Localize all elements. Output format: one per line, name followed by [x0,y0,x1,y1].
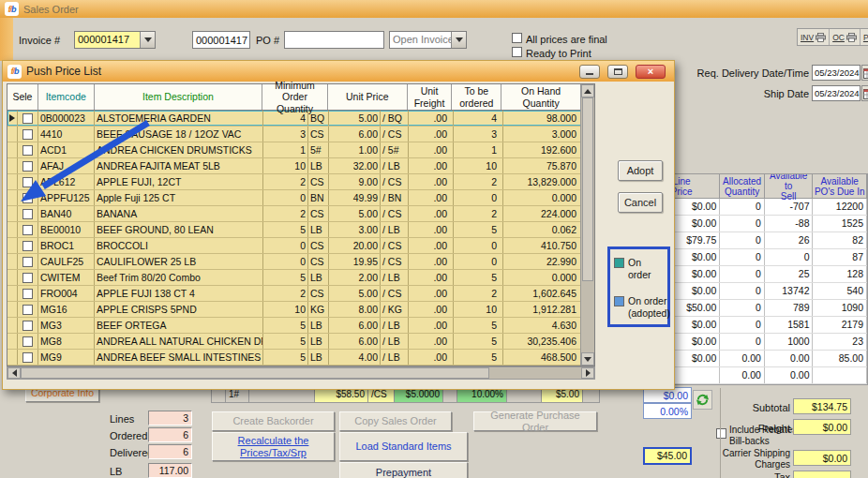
create-backorder-button[interactable]: Create Backorder [212,411,335,431]
order-line-row[interactable]: $0.00 0 25 128 [644,266,867,283]
order-line-row[interactable]: $79.75 0 26 82 [644,232,867,249]
maximize-button[interactable] [607,65,628,79]
price-list-row[interactable]: MG9 ANDREA BEEF SMALL INTESTINES 5 5LB 4… [7,350,582,366]
scroll-right-icon[interactable] [581,367,594,379]
recalculate-button[interactable]: Recalculate the Prices/Tax/Srp [212,432,335,461]
select-checkbox[interactable] [22,305,33,315]
price-list-row[interactable]: CWITEM Beef Trim 80/20 Combo 5LB 2.00/ L… [7,270,582,286]
ship-date[interactable]: 05/23/2024 [812,85,861,101]
invoice-number-field[interactable]: 000001417 [192,31,250,49]
price-list-row[interactable]: MG8 ANDREA ALL NATURAL CHICKEN DRI 5LB 6… [7,334,582,350]
print-oc-button[interactable]: OC [830,29,861,45]
select-checkbox[interactable] [22,241,33,251]
horizontal-scroll-thumb[interactable] [21,367,489,379]
cancel-button[interactable]: Cancel [618,192,663,213]
order-line-row[interactable]: 0.00 0.00 [644,367,867,384]
copy-sales-order-button[interactable]: Copy Sales Order [339,411,452,431]
select-cell[interactable] [18,158,38,173]
select-checkbox[interactable] [22,161,33,172]
print-invoice-button[interactable]: INV [798,29,830,45]
select-cell[interactable] [18,190,38,205]
dropdown-arrow-icon[interactable] [140,32,155,48]
select-cell[interactable] [18,127,38,142]
order-line-row[interactable]: $0.00 0.00 0.00 85.00 [644,351,867,367]
select-cell[interactable] [18,286,38,301]
price-list-row[interactable]: 4410 BEEF SAUSAGE 18 / 12OZ VAC 3CS 6.00… [7,127,582,142]
po-field[interactable] [284,31,384,49]
select-cell[interactable] [18,270,38,285]
select-cell[interactable] [18,111,38,126]
select-checkbox[interactable] [22,145,33,156]
select-cell[interactable] [18,318,38,333]
horizontal-scrollbar[interactable] [7,366,595,380]
select-cell[interactable] [18,254,38,269]
select-cell[interactable] [18,142,38,157]
close-button[interactable]: × [636,65,666,79]
select-cell[interactable] [18,222,38,237]
all-prices-final-checkbox[interactable] [512,33,522,43]
minimize-button[interactable] [579,65,600,79]
order-line-row[interactable]: $0.00 0 1000 23 [644,334,867,351]
description-cell: ANDREA ALL NATURAL CHICKEN DRI [95,334,263,349]
select-cell[interactable] [18,302,38,317]
order-line-row[interactable]: $0.00 0 0 87 [644,249,867,266]
refresh-button[interactable] [693,390,712,410]
order-line-row[interactable]: $0.00 0 13742 540 [644,283,867,300]
price-list-row[interactable]: ACD1 ANDREA CHICKEN DRUMSTICKS 15# 1.00/… [7,142,582,158]
price-list-row[interactable]: APL612 APPLE FUJI, 12CT 2CS 9.00/ CS .00… [7,174,582,190]
select-cell[interactable] [18,206,38,221]
price-list-row[interactable]: BE00010 BEEF GROUND, 80 LEAN 5LB 3.00/ L… [7,222,582,238]
to-be-ordered-cell: 5 [454,334,503,349]
vertical-scroll-thumb[interactable] [582,97,593,281]
price-list-row[interactable]: CAULF25 CAULIFLOWER 25 LB 0CS 19.95/ CS … [7,254,582,270]
select-checkbox[interactable] [22,209,33,219]
ready-to-print-checkbox[interactable] [512,47,522,57]
order-line-row[interactable]: $0.00 0 -88 1525 [644,216,867,232]
load-standard-items-button[interactable]: Load Standard Items [339,432,468,461]
order-line-row[interactable]: $0.00 0 1581 2179 [644,317,867,334]
price-list-row[interactable]: BAN40 BANANA 2CS 5.00/ CS .00 2 224.000 [7,206,582,222]
select-cell[interactable] [18,334,38,349]
select-checkbox[interactable] [22,321,33,331]
order-line-row[interactable]: $50.00 0 789 1090 [644,300,867,317]
select-checkbox[interactable] [22,352,33,363]
ship-date-calendar-button[interactable] [861,85,868,101]
prepayment-button[interactable]: Prepayment [339,462,468,478]
price-list-row[interactable]: MG16 APPLE CRISPS 5PND 10KG 8.00/ KG .00… [7,302,582,318]
price-list-row[interactable]: FRO004 APPLE FUJI 138 CT 4 2CS 5.00/ CS … [7,286,582,302]
select-checkbox[interactable] [22,129,33,140]
scroll-down-icon[interactable] [581,352,594,366]
select-checkbox[interactable] [22,273,33,283]
req-delivery-date[interactable]: 05/23/2024 [812,65,861,81]
select-cell[interactable] [18,238,38,253]
price-list-row[interactable]: 0B000023 ALSTOEMERIA GARDEN 4BQ 5.00/ BQ… [7,111,582,127]
select-checkbox[interactable] [22,257,33,267]
price-list-row[interactable]: AFAJ ANDREA FAJITA MEAT 5LB 10LB 32.00/ … [7,158,582,174]
invoice-combo[interactable]: 000001417 [74,31,156,49]
select-checkbox[interactable] [22,113,33,124]
adopt-button[interactable]: Adopt [618,160,663,181]
req-delivery-calendar-button[interactable] [861,65,868,81]
select-cell[interactable] [18,350,38,365]
generate-purchase-order-button[interactable]: Generate Purchase Order [473,411,597,431]
price-list-row[interactable]: MG3 BEEF ORTEGA 5LB 6.00/ LB .00 5 4.630 [7,318,582,334]
scroll-left-icon[interactable] [7,367,21,379]
price-list-row[interactable]: BROC1 BROCCOLI 0CS 20.00/ CS .00 0 410.7… [7,238,582,254]
invoice-filter-dropdown[interactable]: Open Invoices [389,31,467,49]
select-checkbox[interactable] [22,193,33,203]
select-checkbox[interactable] [22,336,33,347]
subtotal-label: Subtotal [741,402,790,413]
select-cell[interactable] [18,174,38,189]
vertical-scrollbar[interactable] [580,84,594,366]
dialog-titlebar[interactable]: f/b Push Price List × [3,61,674,82]
unit-freight-cell: .00 [409,222,454,237]
print-pt-button[interactable]: PT [861,29,868,45]
include-rebates-checkbox[interactable] [716,428,726,439]
price-list-row[interactable]: APPFU125 Apple Fuji 125 CT 0BN 49.99/ BN… [7,190,582,206]
select-checkbox[interactable] [22,225,33,235]
scroll-up-icon[interactable] [581,84,594,97]
order-line-row[interactable]: $0.00 0 -707 12200 [644,199,867,216]
select-checkbox[interactable] [22,289,33,299]
dropdown-arrow-icon[interactable] [451,32,466,48]
select-checkbox[interactable] [22,177,33,187]
